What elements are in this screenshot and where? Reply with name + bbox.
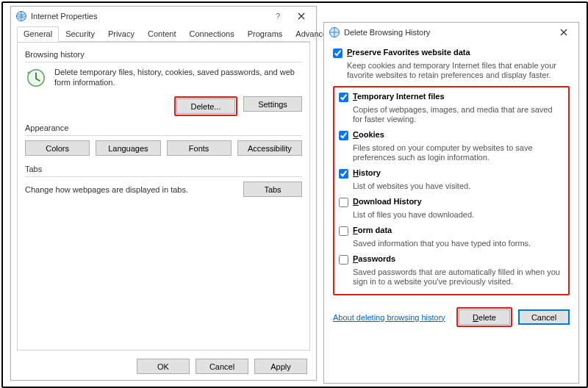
group-browsing-history-label: Browsing history [25,50,302,59]
passwords-desc: Saved passwords that are automatically f… [353,267,564,287]
download-history-checkbox[interactable] [339,198,348,207]
temporary-files-checkbox[interactable] [339,93,348,102]
cookies-checkbox[interactable] [339,131,348,140]
form-data-desc: Saved information that you have typed in… [353,239,564,248]
temporary-files-label: Temporary Internet files [353,92,445,101]
window-title: Internet Properties [31,12,98,21]
divider [25,62,302,62]
fonts-button[interactable]: Fonts [167,140,232,156]
divider [25,135,302,136]
delete-confirm-button[interactable]: Delete [459,309,510,325]
delete-browsing-history-window: Delete Browsing History Preserve Favorit… [323,22,579,384]
history-clock-icon [25,67,49,90]
divider [25,176,302,177]
apply-button[interactable]: Apply [254,359,307,374]
download-history-label: Download History [353,197,422,206]
delete-button-highlight: Delete... [174,96,237,116]
colors-button[interactable]: Colors [25,140,90,156]
delete-confirm-highlight: Delete [456,307,512,327]
languages-button[interactable]: Languages [96,140,160,156]
form-data-label: Form data [353,226,392,234]
cookies-desc: Files stored on your computer by website… [353,143,564,162]
close-button[interactable] [552,25,576,40]
history-desc: List of websites you have visited. [353,182,564,191]
tab-security[interactable]: Security [59,26,101,42]
tabs-description: Change how webpages are displayed in tab… [25,185,236,194]
internet-properties-window: Internet Properties ? General Security P… [10,6,317,381]
history-checkbox[interactable] [339,169,348,179]
window-title: Delete Browsing History [344,28,430,37]
tabstrip: General Security Privacy Content Connect… [17,26,310,42]
titlebar: Internet Properties ? [11,7,316,26]
tab-privacy[interactable]: Privacy [101,26,141,42]
tabs-button[interactable]: Tabs [243,182,302,197]
internet-options-icon [15,10,27,22]
tab-general[interactable]: General [17,26,59,42]
help-button[interactable]: ? [266,9,290,24]
preserve-favorites-label: Preserve Favorites website data [347,48,470,57]
tab-content[interactable]: Content [141,26,183,42]
cancel-button[interactable]: Cancel [518,309,570,325]
about-deleting-link[interactable]: About deleting browsing history [333,313,451,322]
close-button[interactable] [290,9,313,24]
cancel-button[interactable]: Cancel [196,359,248,374]
temporary-files-desc: Copies of webpages, images, and media th… [353,105,564,124]
passwords-checkbox[interactable] [339,255,348,265]
cookies-label: Cookies [353,130,384,139]
settings-button[interactable]: Settings [243,96,302,112]
internet-options-icon [329,26,340,38]
passwords-label: Passwords [353,254,395,263]
form-data-checkbox[interactable] [339,226,348,236]
preserve-favorites-desc: Keep cookies and temporary Internet file… [347,61,570,80]
group-appearance-label: Appearance [25,123,302,132]
browsing-history-description: Delete temporary files, history, cookies… [54,67,302,90]
group-tabs-label: Tabs [25,165,302,173]
ok-button[interactable]: OK [137,359,190,374]
download-history-desc: List of files you have downloaded. [353,210,564,220]
dialog-footer: About deleting browsing history Delete C… [324,301,578,334]
history-label: History [353,168,381,177]
delete-button[interactable]: Delete... [176,98,235,114]
accessibility-button[interactable]: Accessibility [237,140,302,156]
titlebar: Delete Browsing History [324,23,578,42]
preserve-favorites-checkbox[interactable] [333,48,343,58]
tab-connections[interactable]: Connections [182,26,240,42]
options-highlight: Temporary Internet files Copies of webpa… [333,86,570,295]
dialog-footer: OK Cancel Apply [137,359,307,374]
tab-panel-general: Browsing history Delete temporary files,… [17,42,310,351]
tab-programs[interactable]: Programs [241,26,290,42]
